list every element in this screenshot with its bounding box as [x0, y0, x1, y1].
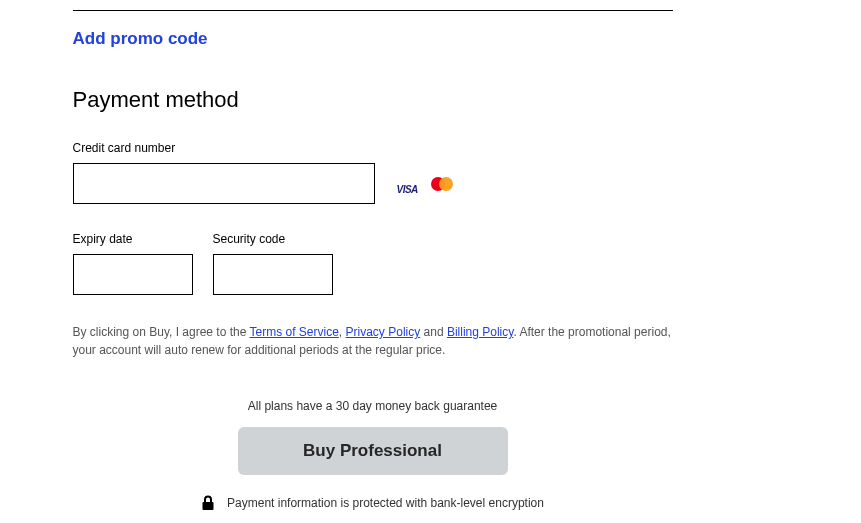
privacy-link[interactable]: Privacy Policy — [346, 325, 421, 339]
payment-method-heading: Payment method — [73, 87, 673, 113]
legal-disclaimer: By clicking on Buy, I agree to the Terms… — [73, 323, 673, 359]
add-promo-code-link[interactable]: Add promo code — [73, 29, 673, 49]
cvv-input[interactable] — [213, 254, 333, 295]
section-divider — [73, 10, 673, 11]
security-note: Payment information is protected with ba… — [73, 495, 673, 511]
cvv-label: Security code — [213, 232, 333, 246]
expiry-input[interactable] — [73, 254, 193, 295]
mastercard-icon — [431, 177, 453, 191]
svg-rect-0 — [203, 502, 214, 510]
expiry-field-group: Expiry date — [73, 232, 193, 295]
legal-text: and — [420, 325, 447, 339]
credit-card-field-group: Credit card number VISA — [73, 141, 673, 204]
lock-icon — [201, 495, 215, 511]
expiry-label: Expiry date — [73, 232, 193, 246]
security-note-text: Payment information is protected with ba… — [227, 496, 544, 510]
visa-icon: VISA — [397, 179, 423, 189]
buy-button[interactable]: Buy Professional — [238, 427, 508, 475]
legal-text: By clicking on Buy, I agree to the — [73, 325, 250, 339]
credit-card-input[interactable] — [73, 163, 375, 204]
credit-card-label: Credit card number — [73, 141, 673, 155]
terms-link[interactable]: Terms of Service — [250, 325, 339, 339]
billing-link[interactable]: Billing Policy — [447, 325, 513, 339]
guarantee-text: All plans have a 30 day money back guara… — [73, 399, 673, 413]
cvv-field-group: Security code — [213, 232, 333, 295]
accepted-cards: VISA — [397, 177, 453, 191]
checkout-payment-section: Add promo code Payment method Credit car… — [73, 10, 673, 523]
legal-text: , — [339, 325, 346, 339]
